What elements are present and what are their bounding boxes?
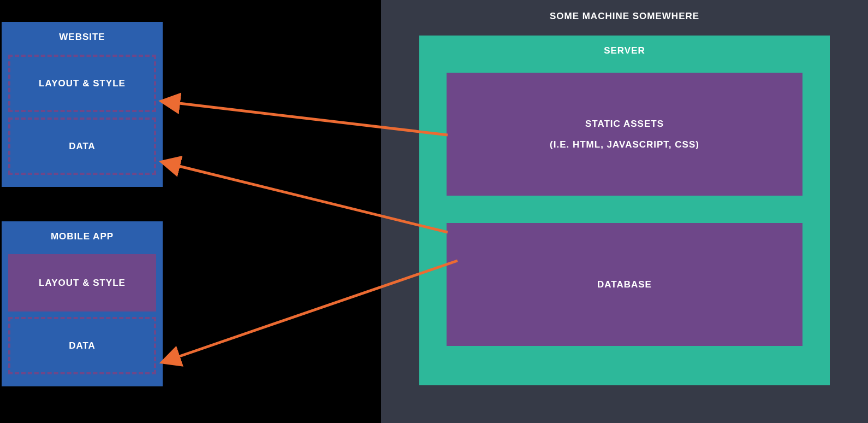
website-data-section: DATA <box>8 118 156 175</box>
website-layout-label: LAYOUT & STYLE <box>39 78 126 89</box>
machine-title: SOME MACHINE SOMEWHERE <box>381 11 868 22</box>
mobile-data-section: DATA <box>8 317 156 374</box>
mobile-box: MOBILE APP LAYOUT & STYLE DATA <box>2 221 163 386</box>
website-data-label: DATA <box>69 141 96 152</box>
static-assets-box: STATIC ASSETS (I.E. HTML, JAVASCRIPT, CS… <box>447 73 802 196</box>
mobile-data-label: DATA <box>69 340 96 351</box>
database-label: DATABASE <box>597 279 652 290</box>
database-box: DATABASE <box>447 223 802 346</box>
website-title: WEBSITE <box>8 32 156 43</box>
website-layout-section: LAYOUT & STYLE <box>8 55 156 112</box>
mobile-title: MOBILE APP <box>8 231 156 242</box>
website-box: WEBSITE LAYOUT & STYLE DATA <box>2 22 163 187</box>
server-container: SERVER STATIC ASSETS (I.E. HTML, JAVASCR… <box>419 36 830 385</box>
server-title: SERVER <box>447 45 802 56</box>
static-assets-sublabel: (I.E. HTML, JAVASCRIPT, CSS) <box>550 139 699 150</box>
machine-container: SOME MACHINE SOMEWHERE SERVER STATIC ASS… <box>381 0 868 423</box>
mobile-layout-label: LAYOUT & STYLE <box>39 278 126 289</box>
mobile-layout-section: LAYOUT & STYLE <box>8 254 156 312</box>
static-assets-label: STATIC ASSETS <box>585 119 664 130</box>
